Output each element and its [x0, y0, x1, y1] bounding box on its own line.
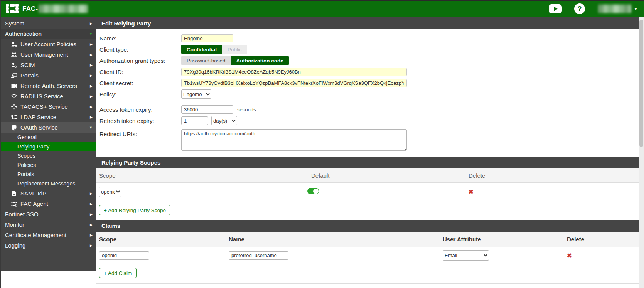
sidebar-item-label: Logging [5, 242, 90, 249]
claim-name-input[interactable] [229, 251, 288, 260]
scopes-header-default: Default [306, 172, 464, 179]
sidebar-item-replacement-messages[interactable]: Replacement Messages [1, 179, 96, 188]
sidebar-item-saml-idp[interactable]: SAML IdP▶ [1, 188, 96, 199]
policy-label: Policy: [99, 91, 181, 98]
sidebar-item-label: System [5, 20, 90, 27]
tree-icon [10, 114, 17, 120]
chevron-down-icon: ▼ [634, 7, 638, 11]
sidebar-item-relying-party[interactable]: Relying Party [1, 142, 96, 151]
claim-user-attribute-select[interactable]: Email [443, 250, 489, 261]
help-icon[interactable]: ? [574, 3, 585, 14]
sidebar-item-tacacs-service[interactable]: TACACS+ Service▶ [1, 101, 96, 112]
sidebar-item-label: Fortinet SSO [5, 211, 90, 217]
sidebar-item-system[interactable]: System▶ [1, 18, 96, 29]
claims-table-header: Scope Name User Attribute Delete [96, 232, 639, 247]
sidebar-item-certificate-management[interactable]: Certificate Management▶ [1, 230, 96, 240]
form-actions: Save Cancel [96, 284, 639, 288]
chevron-right-icon: ▶ [90, 202, 93, 206]
sidebar-item-scopes[interactable]: Scopes [1, 151, 96, 160]
vertical-scrollbar[interactable] [639, 17, 644, 288]
sidebar-item-label: Scopes [17, 153, 93, 159]
sidebar-item-portals[interactable]: Portals [1, 170, 96, 179]
access-token-expiry-input[interactable] [181, 105, 233, 114]
refresh-token-expiry-label: Refresh token expiry: [99, 118, 181, 124]
client-type-confidential-button[interactable]: Confidential [181, 45, 222, 54]
sidebar-item-label: Authentication [5, 30, 89, 37]
sidebar-item-fortinet-sso[interactable]: Fortinet SSO▶ [1, 209, 96, 219]
sidebar-item-label: Portals [20, 72, 90, 79]
redirect-uris-textarea[interactable]: https://auth.mydomain.com/auth [181, 129, 407, 151]
default-toggle[interactable] [307, 188, 319, 194]
user-menu[interactable]: ▼ [598, 5, 638, 13]
sidebar-item-label: User Account Policies [20, 41, 90, 47]
topbar: FAC- ? ▼ [1, 1, 644, 17]
client-id-input[interactable] [181, 68, 407, 76]
sidebar-item-monitor[interactable]: Monitor▶ [1, 219, 96, 230]
sidebar-item-user-management[interactable]: User Management▶ [1, 49, 96, 60]
sidebar-item-general[interactable]: General [1, 133, 96, 142]
sidebar-item-portals[interactable]: Portals▶ [1, 70, 96, 81]
chevron-right-icon: ▶ [90, 223, 93, 227]
client-type-toggle: Confidential Public [181, 45, 247, 54]
delete-scope-icon[interactable]: ✖ [469, 189, 474, 195]
scope-select[interactable]: openid [99, 187, 121, 197]
chevron-right-icon: ▶ [90, 244, 93, 248]
claims-header-user-attribute: User Attribute [443, 236, 562, 243]
chevron-right-icon: ▶ [90, 74, 93, 77]
sidebar-item-oauth-service[interactable]: OAuth Service▼ [1, 122, 96, 133]
refresh-token-unit-select[interactable]: day(s) [211, 116, 237, 125]
fortinet-grid-logo-icon[interactable] [6, 4, 19, 14]
client-secret-label: Client secret: [99, 80, 181, 86]
sidebar-item-authentication[interactable]: Authentication▼ [1, 29, 96, 39]
sidebar-item-fac-agent[interactable]: FAC Agent▶ [1, 199, 96, 209]
add-claim-button[interactable]: + Add Claim [99, 268, 137, 278]
sidebar-nav: System▶Authentication▼User Account Polic… [1, 17, 96, 271]
name-input[interactable] [181, 34, 233, 42]
scrollbar-thumb[interactable] [639, 20, 643, 147]
chevron-right-icon: ▶ [90, 115, 93, 119]
chevron-right-icon: ▶ [90, 42, 93, 46]
chevron-right-icon: ▶ [90, 94, 93, 98]
chevron-right-icon: ▶ [90, 84, 93, 88]
name-label: Name: [99, 35, 181, 42]
delete-claim-icon[interactable]: ✖ [567, 252, 572, 259]
sidebar-item-scim[interactable]: SCIM▶ [1, 60, 96, 70]
policy-select[interactable]: Engomo [181, 89, 211, 99]
claims-section-title: Claims [96, 220, 639, 232]
scopes-header-scope: Scope [96, 172, 306, 179]
grant-password-based-button[interactable]: Password-based [181, 56, 231, 65]
sidebar-item-radius-service[interactable]: RADIUS Service▶ [1, 91, 96, 101]
client-secret-input[interactable] [181, 79, 407, 87]
access-token-expiry-label: Access token expiry: [99, 106, 181, 113]
claim-scope-input[interactable] [99, 251, 149, 260]
video-tutorial-icon[interactable] [549, 4, 562, 13]
add-relying-party-scope-button[interactable]: + Add Relying Party Scope [99, 205, 170, 215]
refresh-token-expiry-input[interactable] [181, 116, 208, 125]
sidebar-item-label: FAC Agent [20, 200, 90, 207]
chevron-right-icon: ▶ [90, 105, 93, 109]
client-type-label: Client type: [99, 46, 181, 53]
document-icon [10, 190, 17, 197]
redirect-uris-label: Redirect URIs: [99, 129, 181, 137]
grant-authorization-code-button[interactable]: Authorization code [231, 56, 289, 65]
chevron-down-icon: ▼ [89, 32, 93, 36]
user-gear-icon [10, 62, 17, 68]
sidebar-item-label: Monitor [5, 221, 90, 228]
page-title: Edit Relying Party [96, 17, 639, 29]
sidebar-item-label: SAML IdP [20, 190, 90, 197]
relying-party-form: Name: Client type: Confidential Public A… [96, 29, 639, 157]
client-type-public-button: Public [222, 45, 247, 54]
username-redacted [598, 5, 631, 13]
wifi-icon [10, 93, 17, 99]
sidebar-item-user-account-policies[interactable]: User Account Policies▶ [1, 39, 96, 49]
sidebar-item-label: Policies [17, 162, 93, 168]
sidebar-item-remote-auth-servers[interactable]: Remote Auth. Servers▶ [1, 81, 96, 91]
sidebar-item-ldap-service[interactable]: LDAP Service▶ [1, 112, 96, 122]
arrows-shield-icon [10, 104, 17, 110]
chevron-down-icon: ▼ [89, 126, 93, 130]
sidebar-item-logging[interactable]: Logging▶ [1, 240, 96, 251]
chevron-right-icon: ▶ [90, 233, 93, 237]
sidebar-item-label: User Management [20, 51, 90, 58]
sidebar-item-policies[interactable]: Policies [1, 160, 96, 170]
chevron-right-icon: ▶ [90, 63, 93, 67]
